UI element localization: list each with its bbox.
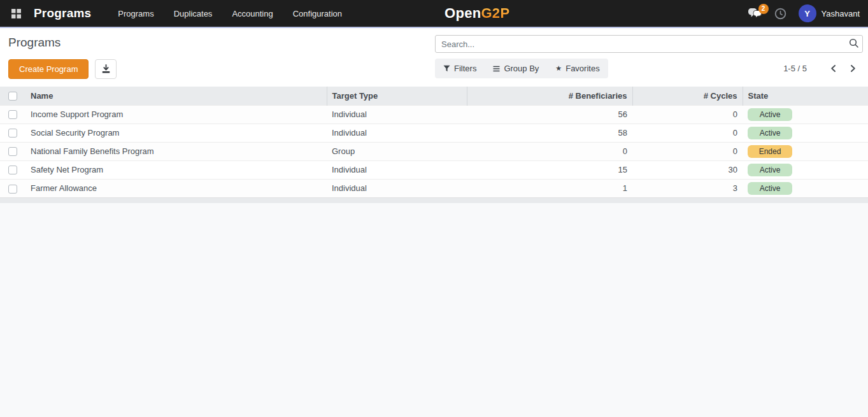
main-menu: Programs Duplicates Accounting Configura… bbox=[118, 9, 342, 18]
select-all-checkbox[interactable] bbox=[8, 92, 17, 101]
row-checkbox[interactable] bbox=[8, 147, 17, 156]
program-name: Social Security Program bbox=[25, 124, 327, 142]
logo-text-open: Open bbox=[445, 5, 481, 22]
table-row[interactable]: National Family Benefits Program Group 0… bbox=[0, 142, 868, 160]
clock-icon bbox=[774, 8, 786, 20]
group-by-label: Group By bbox=[504, 64, 539, 73]
apps-menu-icon[interactable] bbox=[8, 6, 24, 22]
cycles-count: 3 bbox=[632, 179, 743, 197]
pager: 1-5 / 5 bbox=[783, 62, 863, 75]
filters-label: Filters bbox=[454, 64, 476, 73]
group-by-button[interactable]: Group By bbox=[485, 59, 547, 78]
column-header-state[interactable]: State bbox=[743, 87, 868, 105]
program-name: Safety Net Program bbox=[25, 160, 327, 179]
download-icon bbox=[101, 64, 111, 74]
state-badge: Ended bbox=[748, 145, 792, 158]
state-badge: Active bbox=[748, 164, 792, 176]
program-name: Income Support Program bbox=[25, 105, 327, 124]
logo-text-g2p: G2P bbox=[481, 5, 509, 22]
row-checkbox[interactable] bbox=[8, 110, 17, 119]
column-header-name[interactable]: Name bbox=[25, 87, 327, 105]
menu-item-duplicates[interactable]: Duplicates bbox=[174, 9, 213, 18]
pager-range[interactable]: 1-5 / 5 bbox=[783, 64, 807, 73]
beneficiaries-count: 0 bbox=[467, 142, 632, 160]
state-badge: Active bbox=[748, 127, 792, 139]
row-checkbox[interactable] bbox=[8, 129, 17, 138]
main-content: Programs Create Program bbox=[0, 28, 868, 203]
page-title: Programs bbox=[8, 36, 435, 50]
user-menu[interactable]: Y Yashavant bbox=[799, 4, 860, 22]
table-row[interactable]: Farmer Allowance Individual 1 3 Active bbox=[0, 179, 868, 197]
programs-table: Name Target Type # Beneficiaries # Cycle… bbox=[0, 87, 868, 197]
pager-previous-button[interactable] bbox=[823, 62, 843, 75]
beneficiaries-count: 15 bbox=[467, 160, 632, 179]
target-type: Group bbox=[327, 142, 467, 160]
table-footer-strip bbox=[0, 197, 868, 203]
activity-clock-icon[interactable] bbox=[774, 8, 786, 20]
column-header-cycles[interactable]: # Cycles bbox=[632, 87, 743, 105]
menu-item-configuration[interactable]: Configuration bbox=[293, 9, 342, 18]
favorites-star-icon: ★ bbox=[555, 65, 562, 72]
target-type: Individual bbox=[327, 105, 467, 124]
target-type: Individual bbox=[327, 124, 467, 142]
search-input[interactable] bbox=[435, 35, 863, 53]
beneficiaries-count: 56 bbox=[467, 105, 632, 124]
row-checkbox[interactable] bbox=[8, 166, 17, 174]
table-row[interactable]: Income Support Program Individual 56 0 A… bbox=[0, 105, 868, 124]
target-type: Individual bbox=[327, 179, 467, 197]
user-name: Yashavant bbox=[822, 9, 860, 18]
menu-item-programs[interactable]: Programs bbox=[118, 9, 153, 18]
table-row[interactable]: Safety Net Program Individual 15 30 Acti… bbox=[0, 160, 868, 179]
favorites-label: Favorites bbox=[566, 64, 599, 73]
cycles-count: 0 bbox=[632, 105, 743, 124]
program-name: National Family Benefits Program bbox=[25, 142, 327, 160]
beneficiaries-count: 58 bbox=[467, 124, 632, 142]
chevron-right-icon bbox=[850, 64, 857, 73]
menu-item-accounting[interactable]: Accounting bbox=[232, 9, 273, 18]
table-row[interactable]: Social Security Program Individual 58 0 … bbox=[0, 124, 868, 142]
control-panel: Programs Create Program bbox=[0, 28, 868, 87]
column-header-beneficiaries[interactable]: # Beneficiaries bbox=[467, 87, 632, 105]
table-header-row: Name Target Type # Beneficiaries # Cycle… bbox=[0, 87, 868, 105]
openg2p-logo: OpenG2P bbox=[445, 0, 509, 27]
top-navbar: Programs Programs Duplicates Accounting … bbox=[0, 0, 868, 28]
row-checkbox[interactable] bbox=[8, 185, 17, 194]
cycles-count: 0 bbox=[632, 142, 743, 160]
group-by-list-icon bbox=[493, 66, 500, 72]
export-button[interactable] bbox=[95, 59, 117, 79]
target-type: Individual bbox=[327, 160, 467, 179]
avatar: Y bbox=[799, 4, 816, 22]
create-program-button[interactable]: Create Program bbox=[8, 59, 89, 79]
program-name: Farmer Allowance bbox=[25, 179, 327, 197]
cycles-count: 0 bbox=[632, 124, 743, 142]
state-badge: Active bbox=[748, 108, 792, 121]
grid-icon bbox=[11, 8, 22, 19]
chevron-left-icon bbox=[830, 64, 837, 73]
column-header-target-type[interactable]: Target Type bbox=[327, 87, 467, 105]
filters-button[interactable]: Filters bbox=[435, 59, 485, 78]
search-options-group: Filters Group By ★ Favorites bbox=[435, 59, 608, 78]
beneficiaries-count: 1 bbox=[467, 179, 632, 197]
filter-funnel-icon bbox=[443, 65, 450, 72]
state-badge: Active bbox=[748, 182, 792, 195]
app-title[interactable]: Programs bbox=[34, 6, 91, 20]
messages-icon[interactable]: 2 bbox=[748, 8, 762, 20]
pager-next-button[interactable] bbox=[843, 62, 863, 75]
cycles-count: 30 bbox=[632, 160, 743, 179]
messages-count-badge: 2 bbox=[758, 4, 769, 14]
search-icon[interactable] bbox=[849, 38, 859, 50]
magnifier-icon bbox=[849, 38, 859, 48]
favorites-button[interactable]: ★ Favorites bbox=[547, 59, 608, 78]
